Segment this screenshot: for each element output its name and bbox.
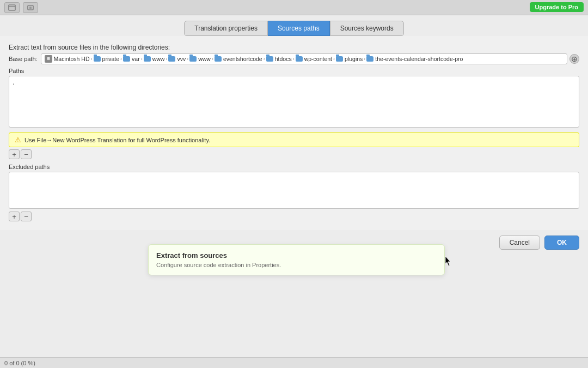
breadcrumb-www1: www (152, 56, 165, 62)
folder-icon-www2 (189, 56, 197, 62)
folder-icon-plugins (336, 56, 343, 62)
hdd-icon: ⊞ (45, 55, 52, 63)
upgrade-button[interactable]: Upgrade to Pro (530, 2, 584, 12)
expand-button[interactable]: ⊕ (569, 54, 579, 64)
breadcrumb-container[interactable]: ⊞ Macintosh HD › private › var › www › v… (41, 53, 567, 64)
folder-icon-final (366, 56, 373, 62)
excluded-add-button[interactable]: + (9, 212, 20, 221)
warning-banner: ⚠ Use File→New WordPress Translation for… (9, 132, 579, 147)
tooltip-card: Extract from sources Configure source co… (148, 244, 445, 275)
folder-icon-wp-content (296, 56, 303, 62)
paths-remove-button[interactable]: − (21, 149, 32, 159)
paths-add-button[interactable]: + (9, 149, 20, 159)
breadcrumb-final: the-events-calendar-shortcode-pro (375, 56, 463, 62)
tab-sources-keywords[interactable]: Sources keywords (330, 21, 404, 36)
tab-bar: Translation properties Sources paths Sou… (0, 15, 588, 36)
base-path-label: Base path: (9, 56, 38, 62)
svg-rect-0 (9, 5, 15, 10)
tab-translation-properties[interactable]: Translation properties (184, 21, 268, 36)
breadcrumb-www2: www (198, 56, 211, 62)
excluded-paths-label: Excluded paths (9, 164, 579, 170)
breadcrumb-private: private (102, 56, 120, 62)
breadcrumb-vvv: vvv (177, 56, 186, 62)
toolbar-icon-2[interactable] (23, 2, 38, 13)
toolbar-icon-1[interactable] (4, 2, 20, 13)
ok-button[interactable]: OK (544, 236, 579, 250)
breadcrumb-var: var (132, 56, 140, 62)
paths-label: Paths (9, 68, 579, 74)
extract-text-label: Extract text from source files in the fo… (9, 44, 579, 51)
folder-icon-htdocs (266, 56, 273, 62)
top-bar: Upgrade to Pro (0, 0, 588, 15)
svg-rect-2 (28, 5, 33, 10)
folder-icon-private (94, 56, 101, 62)
status-bar: 0 of 0 (0 %) (0, 357, 588, 368)
breadcrumb-macintosh-hd: Macintosh HD (54, 56, 90, 62)
tooltip-title: Extract from sources (156, 251, 437, 260)
status-text: 0 of 0 (0 %) (4, 360, 35, 366)
excluded-plus-minus-row: + − (9, 212, 579, 221)
breadcrumb-htdocs: htdocs (275, 56, 292, 62)
paths-textarea[interactable]: . (9, 76, 579, 128)
dialog-content: Extract text from source files in the fo… (0, 36, 588, 230)
folder-icon-vvv (168, 56, 175, 62)
top-bar-icons (4, 2, 38, 13)
paths-plus-minus-row: + − (9, 149, 579, 159)
excluded-remove-button[interactable]: − (21, 212, 32, 221)
breadcrumb-plugins: plugins (345, 56, 363, 62)
folder-icon-www (144, 56, 151, 62)
breadcrumb-wp-content: wp-content (304, 56, 332, 62)
folder-icon-var (123, 56, 130, 62)
base-path-row: Base path: ⊞ Macintosh HD › private › va… (9, 53, 579, 64)
breadcrumb-eventshortcode: eventshortcode (223, 56, 262, 62)
folder-icon-eventshortcode (215, 56, 222, 62)
tab-sources-paths[interactable]: Sources paths (268, 21, 330, 36)
cancel-button[interactable]: Cancel (499, 236, 540, 250)
tooltip-description: Configure source code extraction in Prop… (156, 262, 437, 268)
warning-icon: ⚠ (15, 136, 21, 144)
mouse-cursor (445, 256, 452, 266)
excluded-paths-textarea[interactable] (9, 172, 579, 209)
warning-text: Use File→New WordPress Translation for f… (24, 137, 210, 143)
